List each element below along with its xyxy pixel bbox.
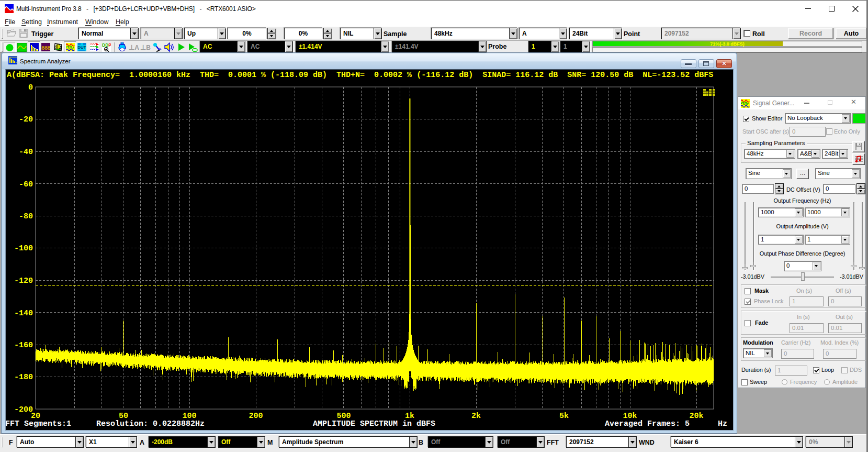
svg-text:Resolution: 0.0228882Hz: Resolution: 0.0228882Hz — [96, 420, 205, 428]
svg-text:-80: -80 — [19, 212, 33, 221]
svg-text:0: 0 — [28, 83, 33, 92]
svg-text:-20: -20 — [19, 115, 33, 124]
svg-text:888: 888 — [41, 45, 50, 51]
svg-text:DUT: DUT — [77, 45, 86, 50]
svg-text:5k: 5k — [559, 412, 569, 421]
svg-text:FFT Segments:1: FFT Segments:1 — [5, 420, 71, 428]
svg-text:2k: 2k — [471, 412, 481, 421]
svg-text:+: + — [105, 48, 107, 51]
svg-text:-160: -160 — [14, 341, 33, 350]
svg-text:Hz: Hz — [718, 420, 727, 428]
svg-text:20k: 20k — [689, 412, 703, 421]
svg-text:DDP: DDP — [102, 43, 111, 48]
svg-text:-40: -40 — [19, 148, 33, 157]
svg-text:-100: -100 — [14, 244, 33, 253]
svg-text:-180: -180 — [14, 373, 33, 382]
svg-text:200: 200 — [249, 412, 263, 421]
svg-text:-60: -60 — [19, 180, 33, 189]
svg-text:-120: -120 — [14, 277, 33, 285]
svg-text:-140: -140 — [14, 309, 33, 318]
svg-text:Averaged Frames: 5: Averaged Frames: 5 — [605, 420, 690, 428]
svg-text:AMPLITUDE SPECTRUM in dBFS: AMPLITUDE SPECTRUM in dBFS — [313, 420, 435, 428]
svg-text:-200: -200 — [14, 405, 33, 414]
